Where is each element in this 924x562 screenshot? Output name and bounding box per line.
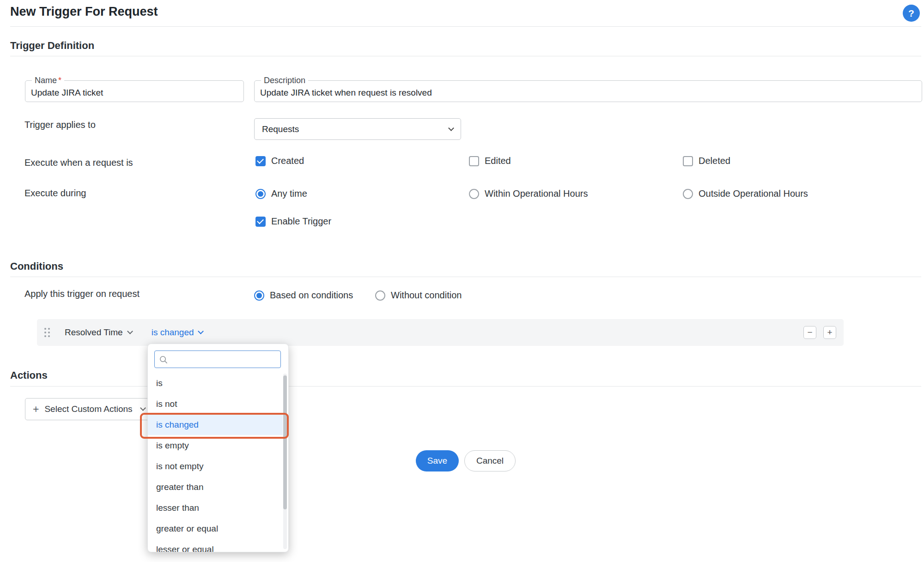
help-button[interactable]: ? <box>903 5 920 22</box>
name-input[interactable] <box>31 85 238 99</box>
execute-when-label: Execute when a request is <box>24 157 133 168</box>
checkbox-edited[interactable]: Edited <box>469 156 511 166</box>
new-trigger-page: New Trigger For Request ? Trigger Defini… <box>0 0 924 562</box>
checkbox-created-label: Created <box>271 156 304 166</box>
radio-any-time-label: Any time <box>271 188 307 199</box>
save-button[interactable]: Save <box>416 450 459 471</box>
checkbox-created-box[interactable] <box>255 156 266 166</box>
radio-outside-operational-hours[interactable]: Outside Operational Hours <box>683 188 808 199</box>
radio-outside-operational-hours-label: Outside Operational Hours <box>699 188 808 199</box>
question-icon: ? <box>908 8 914 19</box>
option-is-not-empty[interactable]: is not empty <box>148 456 283 477</box>
checkbox-enable-trigger-box[interactable] <box>255 217 266 227</box>
radio-based-on-conditions[interactable]: Based on conditions <box>254 290 353 301</box>
option-greater-or-equal[interactable]: greater or equal <box>148 518 283 539</box>
option-greater-than[interactable]: greater than <box>148 477 283 497</box>
condition-field-dropdown[interactable]: Resolved Time <box>65 327 132 338</box>
section-heading-trigger-definition: Trigger Definition <box>10 40 94 52</box>
radio-without-condition-label: Without condition <box>391 290 462 301</box>
radio-outside-operational-hours-control[interactable] <box>683 189 693 199</box>
radio-without-condition[interactable]: Without condition <box>375 290 462 301</box>
description-input[interactable] <box>260 85 916 99</box>
radio-within-operational-hours-control[interactable] <box>469 189 479 199</box>
trigger-applies-to-select[interactable]: Requests <box>254 118 461 140</box>
select-custom-actions-label: Select Custom Actions <box>44 404 132 414</box>
checkbox-created[interactable]: Created <box>255 156 304 166</box>
radio-within-operational-hours-label: Within Operational Hours <box>485 188 588 199</box>
plus-icon: + <box>827 327 832 338</box>
trigger-applies-to-value: Requests <box>262 124 299 134</box>
option-is[interactable]: is <box>148 373 283 393</box>
cancel-button-label: Cancel <box>476 456 504 466</box>
option-is-empty[interactable]: is empty <box>148 435 283 456</box>
radio-any-time-control[interactable] <box>255 189 266 199</box>
section-heading-conditions: Conditions <box>10 260 63 272</box>
checkbox-enable-trigger[interactable]: Enable Trigger <box>255 216 331 227</box>
drag-handle-icon[interactable] <box>44 328 50 337</box>
checkbox-edited-box[interactable] <box>469 156 479 166</box>
divider <box>10 277 921 277</box>
radio-based-on-conditions-control[interactable] <box>254 290 264 301</box>
checkbox-deleted[interactable]: Deleted <box>683 156 730 166</box>
section-heading-actions: Actions <box>10 369 48 381</box>
radio-based-on-conditions-label: Based on conditions <box>270 290 353 301</box>
name-label: Name* <box>32 76 64 85</box>
option-lesser-or-equal[interactable]: lesser or equal <box>148 539 283 552</box>
option-is-changed[interactable]: is changed <box>148 414 283 435</box>
dropdown-search <box>154 350 281 368</box>
required-asterisk: * <box>58 76 61 85</box>
description-label: Description <box>261 76 308 85</box>
condition-operator-value: is changed <box>152 327 194 338</box>
chevron-down-icon <box>140 405 146 411</box>
condition-field-value: Resolved Time <box>65 327 123 338</box>
execute-during-label: Execute during <box>24 188 86 199</box>
divider <box>10 26 921 27</box>
search-icon <box>159 355 168 364</box>
checkbox-deleted-box[interactable] <box>683 156 693 166</box>
remove-condition-button[interactable]: − <box>803 326 816 339</box>
condition-operator-dropdown[interactable]: is changed <box>152 327 203 338</box>
chevron-down-icon <box>127 328 133 334</box>
add-condition-button[interactable]: + <box>823 326 836 339</box>
apply-trigger-label: Apply this trigger on request <box>24 289 140 299</box>
divider <box>10 56 921 56</box>
description-fieldset: Description <box>254 76 922 102</box>
page-title: New Trigger For Request <box>10 5 158 19</box>
divider <box>10 386 921 387</box>
plus-icon: + <box>33 404 39 415</box>
name-fieldset: Name* <box>25 76 244 102</box>
option-is-not[interactable]: is not <box>148 393 283 414</box>
save-button-label: Save <box>427 456 447 466</box>
cancel-button[interactable]: Cancel <box>464 450 516 471</box>
select-custom-actions-button[interactable]: + Select Custom Actions <box>25 398 161 420</box>
minus-icon: − <box>807 327 812 338</box>
chevron-down-icon <box>448 125 454 131</box>
radio-any-time[interactable]: Any time <box>255 188 307 199</box>
radio-within-operational-hours[interactable]: Within Operational Hours <box>469 188 588 199</box>
radio-without-condition-control[interactable] <box>375 290 385 301</box>
checkbox-deleted-label: Deleted <box>699 156 730 166</box>
checkbox-edited-label: Edited <box>485 156 511 166</box>
condition-row: Resolved Time is changed − + <box>37 319 844 346</box>
chevron-down-icon <box>198 328 204 334</box>
dropdown-search-input[interactable] <box>171 355 276 364</box>
dropdown-scrollbar-thumb[interactable] <box>283 375 287 509</box>
trigger-applies-to-label: Trigger applies to <box>24 120 96 130</box>
checkbox-enable-trigger-label: Enable Trigger <box>271 216 331 227</box>
operator-option-list: is is not is changed is empty is not emp… <box>148 373 283 552</box>
option-lesser-than[interactable]: lesser than <box>148 497 283 518</box>
operator-dropdown-panel: is is not is changed is empty is not emp… <box>147 344 289 552</box>
